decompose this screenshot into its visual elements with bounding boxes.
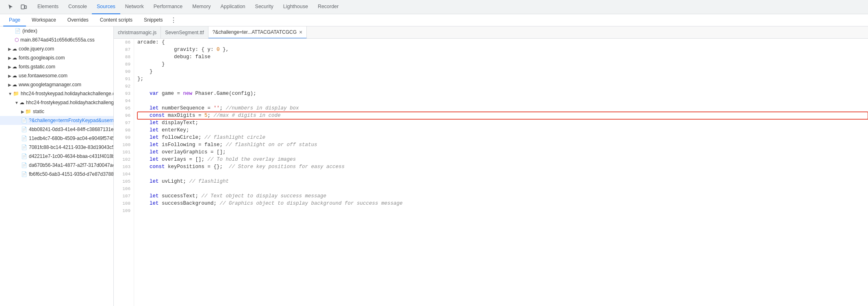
code-line: const maxDigits = 5; //max # digits in c… [137,112,868,119]
line-number: 98 [115,127,130,134]
collapse-icon: ▶ [8,83,11,87]
line-number: 109 [115,207,130,214]
collapse-icon: ▼ [15,101,19,105]
line-number: 107 [115,192,130,200]
code-line: let numberSequence = ''; //numbers in di… [137,105,868,112]
code-editor[interactable]: 8687888990919293949596979899100101102103… [114,39,868,306]
line-number: 89 [115,61,130,68]
collapse-icon: ▶ [8,65,11,69]
subtab-page[interactable]: Page [3,14,26,26]
file-icon: 📄 [21,162,27,168]
device-icon[interactable] [18,1,29,13]
code-line [137,83,868,90]
file-icon: 📄 [15,28,21,34]
sidebar-item-googletagmanager[interactable]: ▶ ☁ www.googletagmanager.com [0,80,113,89]
line-numbers: 8687888990919293949596979899100101102103… [114,39,134,306]
code-line: let overlays = []; // To hold the overla… [137,156,868,163]
file-tree-sidebar: 📄 (index) ⬡ main.8674ad451c656d6c555a.cs… [0,26,114,306]
line-number: 86 [115,39,130,46]
subtab-overrides[interactable]: Overrides [62,14,94,26]
tab-recorder[interactable]: Recorder [313,0,343,14]
folder-icon: 📁 [13,91,19,96]
code-line [137,185,868,192]
sidebar-item-4bb08241[interactable]: 📄 4bb08241-0dd3-41e4-84ff-c38687131e1d [0,125,113,134]
file-icon: 📄 [21,171,27,177]
svg-rect-1 [25,6,26,9]
line-number: 100 [115,141,130,149]
line-number: 97 [115,119,130,127]
code-line: const keyPositions = {}; // Store key po… [137,163,868,170]
sidebar-item-fontawesome[interactable]: ▶ ☁ use.fontawesome.com [0,71,113,80]
cursor-icon[interactable] [5,1,16,13]
code-line: gravity: { y: 0 }, [137,46,868,53]
file-tab-sevensegment[interactable]: SevenSegment.ttf [161,26,208,39]
sidebar-item-googleapis[interactable]: ▶ ☁ fonts.googleapis.com [0,53,113,62]
sidebar-item-da670b56[interactable]: 📄 da670b56-34a1-4877-a2f7-317d0047ac33 [0,161,113,170]
cloud-icon: ☁ [20,100,24,105]
file-icon: 📄 [21,118,27,123]
code-line: }; [137,75,868,83]
collapse-icon: ▶ [8,56,11,60]
css-file-icon: ⬡ [15,37,19,43]
line-number: 104 [115,170,130,178]
collapse-icon: ▶ [8,74,11,78]
line-number: 102 [115,156,130,163]
code-line: let displayText; [137,119,868,127]
subtab-snippets[interactable]: Snippets [138,14,169,26]
line-number: 93 [115,90,130,97]
sidebar-item-gstatic[interactable]: ▶ ☁ fonts.gstatic.com [0,62,113,71]
sidebar-item-hhc24-cloud[interactable]: ▼ ☁ hhc24-frostykeypad.holidayhackchalle… [0,98,113,107]
cloud-icon: ☁ [12,64,17,70]
file-tab-close-button[interactable]: × [299,29,302,35]
file-tab-challenge[interactable]: ?&challenge=ter...ATTACGATATCGCG × [208,26,307,39]
sources-subtab-bar: Page Workspace Overrides Content scripts… [0,14,868,26]
tab-sources[interactable]: Sources [92,0,120,14]
sidebar-item-index[interactable]: 📄 (index) [0,26,113,35]
line-number: 108 [115,200,130,207]
file-icon: 📄 [21,127,27,132]
cloud-icon: ☁ [12,82,17,87]
file-tab-christmasmagic[interactable]: christmasmagic.js [114,26,161,39]
sidebar-item-11edb4c7[interactable]: 📄 11edb4c7-680b-4509-ac04-e9049f5745e3 [0,134,113,143]
tab-console[interactable]: Console [63,0,92,14]
file-icon: 📄 [21,144,27,150]
code-line: debug: false [137,53,868,61]
svg-rect-0 [21,5,24,9]
code-line [137,97,868,105]
sidebar-item-7081fc88[interactable]: 📄 7081fc88-bc14-4211-933e-83d19043c500 [0,143,113,152]
tab-network[interactable]: Network [120,0,149,14]
sidebar-item-hhc24-folder[interactable]: ▼ 📁 hhc24-frostykeypad.holidayhackchalle… [0,89,113,98]
tab-lighthouse[interactable]: Lighthouse [278,0,313,14]
sidebar-item-d42211e7[interactable]: 📄 d42211e7-1c00-4634-bbaa-c431f4018bb1 [0,152,113,161]
line-number: 103 [115,163,130,170]
collapse-icon: ▼ [8,92,12,96]
code-line: var game = new Phaser.Game(config); [137,90,868,97]
line-number: 95 [115,105,130,112]
devtools-tab-bar: Elements Console Sources Network Perform… [0,0,868,14]
tab-performance[interactable]: Performance [149,0,188,14]
line-number: 92 [115,83,130,90]
tab-elements[interactable]: Elements [33,0,63,14]
subtab-more-button[interactable]: ⋮ [169,15,178,25]
sidebar-item-challenge-file[interactable]: 📄 ?&challenge=termFrostyKeypad&username=… [0,116,113,125]
tab-security[interactable]: Security [250,0,278,14]
code-line: let overlayGraphics = []; [137,149,868,156]
sidebar-item-main-css[interactable]: ⬡ main.8674ad451c656d6c555a.css [0,35,113,44]
line-number: 87 [115,46,130,53]
code-line: let successBackground; // Graphics objec… [137,200,868,207]
tab-memory[interactable]: Memory [187,0,215,14]
sidebar-item-fb6f6c50[interactable]: 📄 fb6f6c50-6ab3-4151-935d-d7e87d3788a8 [0,170,113,179]
sidebar-item-static[interactable]: ▶ 📁 static [0,107,113,116]
subtab-workspace[interactable]: Workspace [26,14,62,26]
sidebar-item-jquery[interactable]: ▶ ☁ code.jquery.com [0,44,113,53]
tab-application[interactable]: Application [215,0,250,14]
code-line: } [137,61,868,68]
line-number: 99 [115,134,130,141]
folder-icon: 📁 [25,109,31,114]
code-line [137,207,868,214]
subtab-content-scripts[interactable]: Content scripts [94,14,138,26]
line-number: 101 [115,149,130,156]
line-number: 106 [115,185,130,192]
line-number: 91 [115,75,130,83]
line-number: 94 [115,97,130,105]
